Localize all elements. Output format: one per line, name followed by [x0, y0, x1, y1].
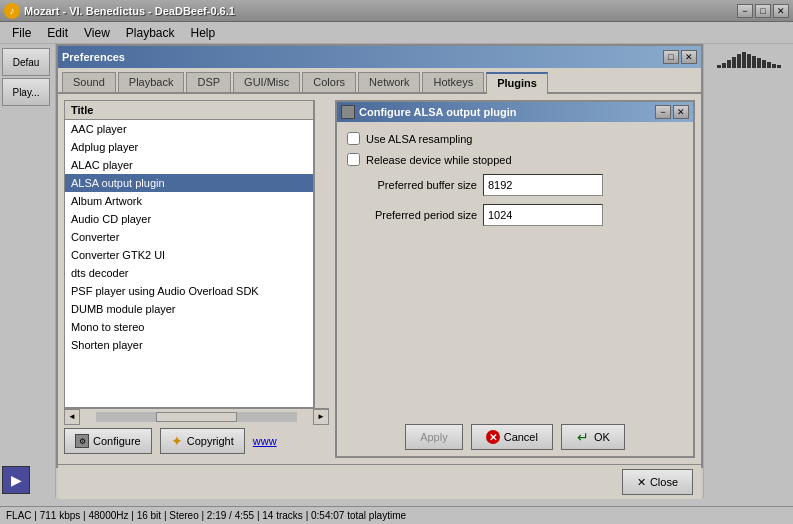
plugin-item-converter[interactable]: Converter — [65, 228, 313, 246]
plugin-item-psf[interactable]: PSF player using Audio Overload SDK — [65, 282, 313, 300]
vol-bar-2 — [722, 63, 726, 68]
prefs-collapse-btn[interactable]: □ — [663, 50, 679, 64]
star-icon: ✦ — [171, 433, 183, 449]
plugin-list-container: Title AAC player Adplug player ALAC play… — [64, 100, 314, 408]
ok-icon: ↵ — [576, 430, 590, 444]
use-resampling-label: Use ALSA resampling — [366, 133, 472, 145]
menu-view[interactable]: View — [76, 24, 118, 42]
alsa-title-bar: Configure ALSA output plugin − ✕ — [337, 102, 693, 122]
release-device-label: Release device while stopped — [366, 154, 512, 166]
maximize-button[interactable]: □ — [755, 4, 771, 18]
plugin-item-converter-gtk[interactable]: Converter GTK2 UI — [65, 246, 313, 264]
vol-bar-4 — [732, 57, 736, 68]
plugin-item-audiocd[interactable]: Audio CD player — [65, 210, 313, 228]
title-bar-left: ♪ Mozart - VI. Benedictus - DeaDBeef-0.6… — [4, 3, 235, 19]
use-resampling-checkbox[interactable] — [347, 132, 360, 145]
configure-button[interactable]: ⚙ Configure — [64, 428, 152, 454]
tab-colors[interactable]: Colors — [302, 72, 356, 92]
plugin-item-mono[interactable]: Mono to stereo — [65, 318, 313, 336]
tab-plugins[interactable]: Plugins — [486, 72, 548, 94]
plugin-item-shorten[interactable]: Shorten player — [65, 336, 313, 354]
vol-bar-9 — [757, 58, 761, 68]
vol-bar-3 — [727, 60, 731, 68]
menu-playback[interactable]: Playback — [118, 24, 183, 42]
plugin-item-dumb[interactable]: DUMB module player — [65, 300, 313, 318]
alsa-title-left: Configure ALSA output plugin — [341, 105, 516, 119]
alsa-dialog: Configure ALSA output plugin − ✕ Us — [335, 100, 695, 458]
buffer-size-label: Preferred buffer size — [347, 179, 477, 191]
app-icon: ♪ — [4, 3, 20, 19]
tab-playback[interactable]: Playback — [118, 72, 185, 92]
cancel-label: Cancel — [504, 431, 538, 443]
plugin-item-adplug[interactable]: Adplug player — [65, 138, 313, 156]
plugin-item-dts[interactable]: dts decoder — [65, 264, 313, 282]
alsa-close-btn[interactable]: ✕ — [673, 105, 689, 119]
menu-file[interactable]: File — [4, 24, 39, 42]
cancel-icon: ✕ — [486, 430, 500, 444]
vol-bar-6 — [742, 52, 746, 68]
content-area: Preferences □ ✕ Sound Playback DSP GUI/M… — [56, 44, 793, 498]
plugin-item-aac[interactable]: AAC player — [65, 120, 313, 138]
tab-sound[interactable]: Sound — [62, 72, 116, 92]
www-link[interactable]: www — [253, 435, 277, 447]
list-hscroll: ◄ ► — [64, 408, 329, 424]
close-window-button[interactable]: ✕ — [773, 4, 789, 18]
prefs-close-button[interactable]: ✕ Close — [622, 469, 693, 495]
configure-label: Configure — [93, 435, 141, 447]
apply-button[interactable]: Apply — [405, 424, 463, 450]
period-size-label: Preferred period size — [347, 209, 477, 221]
apply-label: Apply — [420, 431, 448, 443]
volume-bars — [717, 48, 781, 68]
vol-bar-12 — [772, 64, 776, 68]
volume-area — [703, 44, 793, 498]
vol-bar-11 — [767, 62, 771, 68]
vol-bar-10 — [762, 60, 766, 68]
sidebar-default-btn[interactable]: Defau — [2, 48, 50, 76]
vol-bar-13 — [777, 65, 781, 68]
scroll-right-arrow[interactable]: ► — [313, 409, 329, 425]
main-area: Defau Play... ▶ Preferences □ ✕ Sound Pl… — [0, 44, 793, 498]
list-scrollbar[interactable] — [314, 100, 329, 408]
tab-network[interactable]: Network — [358, 72, 420, 92]
vol-bar-8 — [752, 56, 756, 68]
menu-bar: File Edit View Playback Help — [0, 22, 793, 44]
ok-label: OK — [594, 431, 610, 443]
sidebar-play-btn[interactable]: Play... — [2, 78, 50, 106]
play-button[interactable]: ▶ — [2, 466, 30, 494]
release-device-checkbox[interactable] — [347, 153, 360, 166]
vol-bar-5 — [737, 54, 741, 68]
prefs-close-btn[interactable]: ✕ — [681, 50, 697, 64]
vol-bar-7 — [747, 54, 751, 68]
period-size-input[interactable] — [483, 204, 603, 226]
prefs-title: Preferences — [62, 51, 125, 63]
buffer-size-input[interactable] — [483, 174, 603, 196]
alsa-min-btn[interactable]: − — [655, 105, 671, 119]
prefs-title-controls: □ ✕ — [663, 50, 697, 64]
menu-edit[interactable]: Edit — [39, 24, 76, 42]
plugin-list-header: Title — [65, 101, 313, 120]
tab-dsp[interactable]: DSP — [186, 72, 231, 92]
scroll-thumb[interactable] — [156, 412, 236, 422]
status-bar: FLAC | 711 kbps | 48000Hz | 16 bit | Ste… — [0, 506, 793, 524]
tab-bar: Sound Playback DSP GUI/Misc Colors Netwo… — [58, 68, 701, 94]
title-bar-controls: − □ ✕ — [737, 4, 789, 18]
play-icon: ▶ — [11, 472, 22, 488]
prefs-title-bar: Preferences □ ✕ — [58, 46, 701, 68]
minimize-button[interactable]: − — [737, 4, 753, 18]
tab-guimisc[interactable]: GUI/Misc — [233, 72, 300, 92]
plugin-item-album[interactable]: Album Artwork — [65, 192, 313, 210]
plugins-content: Title AAC player Adplug player ALAC play… — [58, 94, 701, 464]
ok-button[interactable]: ↵ OK — [561, 424, 625, 450]
plugin-list: AAC player Adplug player ALAC player ALS… — [65, 120, 313, 407]
cancel-button[interactable]: ✕ Cancel — [471, 424, 553, 450]
plugin-item-alac[interactable]: ALAC player — [65, 156, 313, 174]
menu-help[interactable]: Help — [183, 24, 224, 42]
alsa-title-controls: − ✕ — [655, 105, 689, 119]
tab-hotkeys[interactable]: Hotkeys — [422, 72, 484, 92]
use-resampling-row: Use ALSA resampling — [347, 132, 683, 145]
copyright-button[interactable]: ✦ Copyright — [160, 428, 245, 454]
scroll-left-arrow[interactable]: ◄ — [64, 409, 80, 425]
plugin-item-alsa[interactable]: ALSA output plugin — [65, 174, 313, 192]
vol-bar-1 — [717, 65, 721, 68]
alsa-body: Use ALSA resampling Release device while… — [337, 122, 693, 418]
